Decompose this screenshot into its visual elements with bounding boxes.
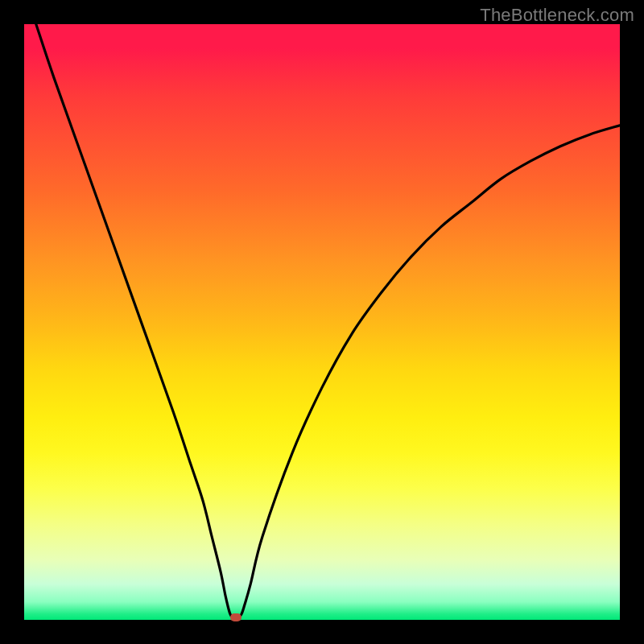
bottleneck-curve — [24, 24, 620, 620]
chart-frame: TheBottleneck.com — [0, 0, 644, 644]
watermark-text: TheBottleneck.com — [480, 5, 634, 26]
optimal-point-marker — [230, 613, 242, 621]
plot-area — [24, 24, 620, 620]
